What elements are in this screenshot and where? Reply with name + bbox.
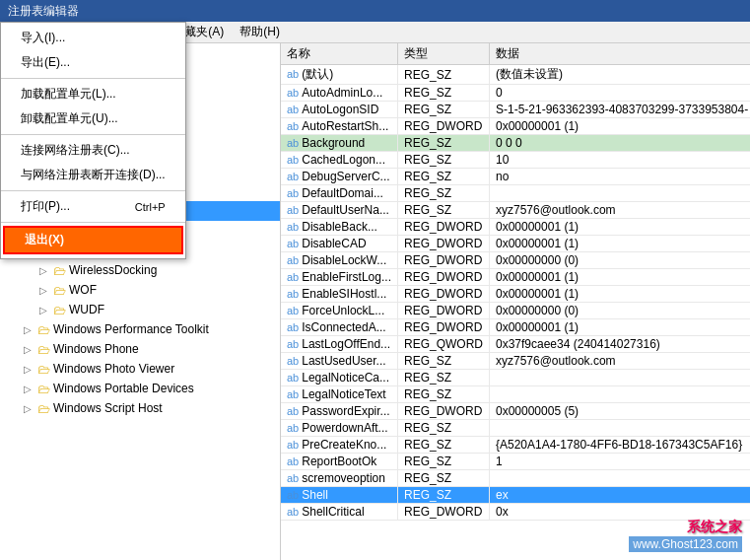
menu-item-connect-net[interactable]: 连接网络注册表(C)... xyxy=(1,138,185,163)
tree-item-win-photo-viewer[interactable]: ▷ 🗁 Windows Photo Viewer xyxy=(0,359,280,379)
table-row[interactable]: ab(默认) REG_SZ (数值未设置) xyxy=(281,65,750,85)
expand-icon-winportable: ▷ xyxy=(20,381,35,396)
expand-icon-wudf: ▷ xyxy=(35,302,51,317)
folder-icon-wirelessdocking: 🗁 xyxy=(51,262,67,278)
table-row[interactable]: abPowerdownAft... REG_SZ xyxy=(281,420,750,437)
table-row[interactable]: abLegalNoticeText REG_SZ xyxy=(281,386,750,403)
table-row[interactable]: abLastUsedUser... REG_SZ xyz7576@outlook… xyxy=(281,353,750,370)
menu-item-print[interactable]: 打印(P)... Ctrl+P xyxy=(1,194,185,219)
expand-icon-wof: ▷ xyxy=(35,282,51,298)
table-row[interactable]: abIsConnectedA... REG_DWORD 0x00000001 (… xyxy=(281,319,750,336)
folder-icon-wof: 🗁 xyxy=(51,282,67,298)
col-name: 名称 xyxy=(281,43,397,65)
table-row-shell[interactable]: abShell REG_SZ ex xyxy=(281,487,750,504)
dropdown-container: 导入(I)... 导出(E)... 加载配置单元(L)... 卸载配置单元(U)… xyxy=(0,22,186,259)
separator-1 xyxy=(1,78,185,79)
col-type: 类型 xyxy=(397,43,489,65)
separator-2 xyxy=(1,134,185,135)
table-row[interactable]: abPreCreateKno... REG_SZ {A520A1A4-1780-… xyxy=(281,437,750,454)
table-row[interactable]: abEnableFirstLog... REG_DWORD 0x00000001… xyxy=(281,269,750,286)
table-row[interactable]: abLastLogOffEnd... REG_QWORD 0x37f9caee3… xyxy=(281,336,750,353)
menu-help[interactable]: 帮助(H) xyxy=(232,22,288,42)
folder-icon-winphone: 🗁 xyxy=(35,341,51,357)
table-row[interactable]: abShellCritical REG_DWORD 0x xyxy=(281,504,750,521)
table-row[interactable]: abAutoRestartSh... REG_DWORD 0x00000001 … xyxy=(281,118,750,135)
folder-icon-winportable: 🗁 xyxy=(35,381,51,396)
title-bar: 注册表编辑器 xyxy=(0,0,750,22)
menu-item-load-hive[interactable]: 加载配置单元(L)... xyxy=(1,82,185,106)
table-row[interactable]: abAutoLogonSID REG_SZ S-1-5-21-963362393… xyxy=(281,102,750,118)
table-row[interactable]: abAutoAdminLo... REG_SZ 0 xyxy=(281,85,750,102)
table-row[interactable]: abscremoveoption REG_SZ xyxy=(281,470,750,487)
tree-item-win-portable-devices[interactable]: ▷ 🗁 Windows Portable Devices xyxy=(0,379,280,398)
title-text: 注册表编辑器 xyxy=(8,3,79,20)
table-row[interactable]: abForceUnlockL... REG_DWORD 0x00000000 (… xyxy=(281,303,750,319)
table-row[interactable]: abDefaultDomai... REG_SZ xyxy=(281,185,750,202)
table-row[interactable]: abDisableBack... REG_DWORD 0x00000001 (1… xyxy=(281,219,750,236)
folder-icon-winscript: 🗁 xyxy=(35,400,51,416)
menu-item-exit[interactable]: 退出(X) xyxy=(5,228,181,252)
table-row[interactable]: abPasswordExpir... REG_DWORD 0x00000005 … xyxy=(281,403,750,420)
table-row[interactable]: abEnableSIHostl... REG_DWORD 0x00000001 … xyxy=(281,286,750,303)
expand-icon-wirelessdocking: ▷ xyxy=(35,262,51,278)
menu-item-disconnect-net[interactable]: 与网络注册表断开连接(D)... xyxy=(1,163,185,187)
table-row[interactable]: abDefaultUserNa... REG_SZ xyz7576@outloo… xyxy=(281,202,750,219)
col-data: 数据 xyxy=(489,43,750,65)
tree-item-wirelessdocking[interactable]: ▷ 🗁 WirelessDocking xyxy=(0,260,280,280)
menu-item-export[interactable]: 导出(E)... xyxy=(1,50,185,75)
expand-icon-winperf: ▷ xyxy=(20,321,35,337)
table-row[interactable]: abReportBootOk REG_SZ 1 xyxy=(281,454,750,470)
table-row[interactable]: abDisableCAD REG_DWORD 0x00000001 (1) xyxy=(281,236,750,252)
file-menu-dropdown: 导入(I)... 导出(E)... 加载配置单元(L)... 卸载配置单元(U)… xyxy=(0,22,186,259)
table-row[interactable]: abDisableLockW... REG_DWORD 0x00000000 (… xyxy=(281,252,750,269)
right-panel: 名称 类型 数据 ab(默认) REG_SZ (数值未设置) abAutoAdm… xyxy=(281,43,750,560)
expand-icon-winscript: ▷ xyxy=(20,400,35,416)
tree-item-wof[interactable]: ▷ 🗁 WOF xyxy=(0,280,280,300)
tree-item-wudf[interactable]: ▷ 🗁 WUDF xyxy=(0,300,280,319)
registry-table: 名称 类型 数据 ab(默认) REG_SZ (数值未设置) abAutoAdm… xyxy=(281,43,750,521)
menu-item-unload-hive[interactable]: 卸载配置单元(U)... xyxy=(1,106,185,131)
folder-icon-wudf: 🗁 xyxy=(51,302,67,317)
expand-icon-winphone: ▷ xyxy=(20,341,35,357)
table-row[interactable]: abCachedLogon... REG_SZ 10 xyxy=(281,152,750,169)
table-row[interactable]: abDebugServerC... REG_SZ no xyxy=(281,169,750,185)
tree-item-win-phone[interactable]: ▷ 🗁 Windows Phone xyxy=(0,339,280,359)
folder-icon-winperf: 🗁 xyxy=(35,321,51,337)
tree-item-win-script-host[interactable]: ▷ 🗁 Windows Script Host xyxy=(0,398,280,418)
tree-item-win-perf-toolkit[interactable]: ▷ 🗁 Windows Performance Toolkit xyxy=(0,319,280,339)
table-row-background[interactable]: abBackground REG_SZ 0 0 0 xyxy=(281,135,750,152)
menu-item-import[interactable]: 导入(I)... xyxy=(1,26,185,50)
expand-icon-winphoto: ▷ xyxy=(20,361,35,377)
table-row[interactable]: abLegalNoticeCa... REG_SZ xyxy=(281,370,750,386)
folder-icon-winphoto: 🗁 xyxy=(35,361,51,377)
separator-4 xyxy=(1,222,185,223)
separator-3 xyxy=(1,190,185,191)
